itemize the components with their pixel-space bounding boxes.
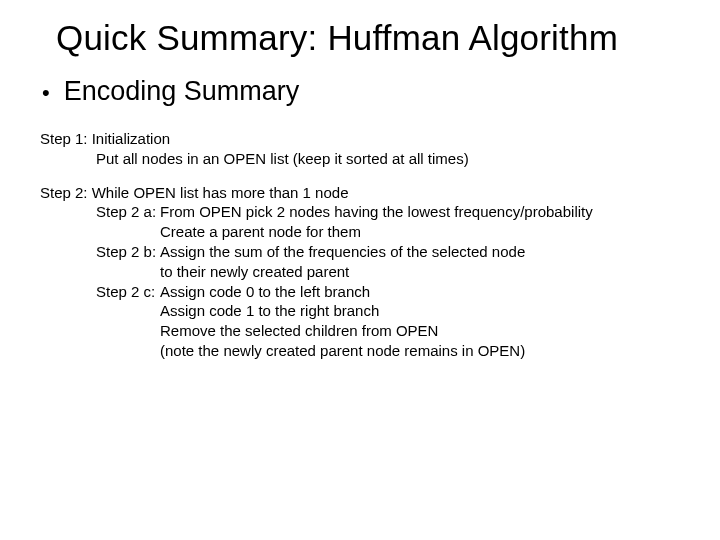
step2c-line2: Assign code 1 to the right branch [160,301,379,321]
step2c-line3: Remove the selected children from OPEN [160,321,438,341]
step2b-row2: to their newly created parent [96,262,680,282]
step2c-row4: (note the newly created parent node rema… [96,341,680,361]
step1-line1: Put all nodes in an OPEN list (keep it s… [96,149,680,169]
step2a-label-empty [96,222,160,242]
step2b-line1: Assign the sum of the frequencies of the… [160,242,525,262]
step2a-row1: Step 2 a: From OPEN pick 2 nodes having … [96,202,680,222]
step2c-line1: Assign code 0 to the left branch [160,282,370,302]
step2c-label-empty1 [96,301,160,321]
step2a-row2: Create a parent node for them [96,222,680,242]
slide: Quick Summary: Huffman Algorithm • Encod… [0,0,720,540]
step2b-label-empty [96,262,160,282]
step2c-label-empty2 [96,321,160,341]
step2c-label: Step 2 c: [96,282,160,302]
step2c-label-empty3 [96,341,160,361]
step2-head: Step 2: While OPEN list has more than 1 … [40,183,680,203]
step2c-row2: Assign code 1 to the right branch [96,301,680,321]
step2c-row1: Step 2 c: Assign code 0 to the left bran… [96,282,680,302]
step2b-label: Step 2 b: [96,242,160,262]
step2a-line2: Create a parent node for them [160,222,361,242]
bullet-dot-icon: • [42,82,50,104]
step2b-line2: to their newly created parent [160,262,349,282]
step2a-line1: From OPEN pick 2 nodes having the lowest… [160,202,593,222]
step2c-row3: Remove the selected children from OPEN [96,321,680,341]
step1-block: Step 1: Initialization Put all nodes in … [40,129,680,169]
step1-head: Step 1: Initialization [40,129,680,149]
bullet-text: Encoding Summary [64,76,300,107]
step2-block: Step 2: While OPEN list has more than 1 … [40,183,680,361]
step2c-line4: (note the newly created parent node rema… [160,341,525,361]
step2a-label: Step 2 a: [96,202,160,222]
slide-title: Quick Summary: Huffman Algorithm [56,18,680,58]
step2b-row1: Step 2 b: Assign the sum of the frequenc… [96,242,680,262]
bullet-item: • Encoding Summary [42,76,680,107]
